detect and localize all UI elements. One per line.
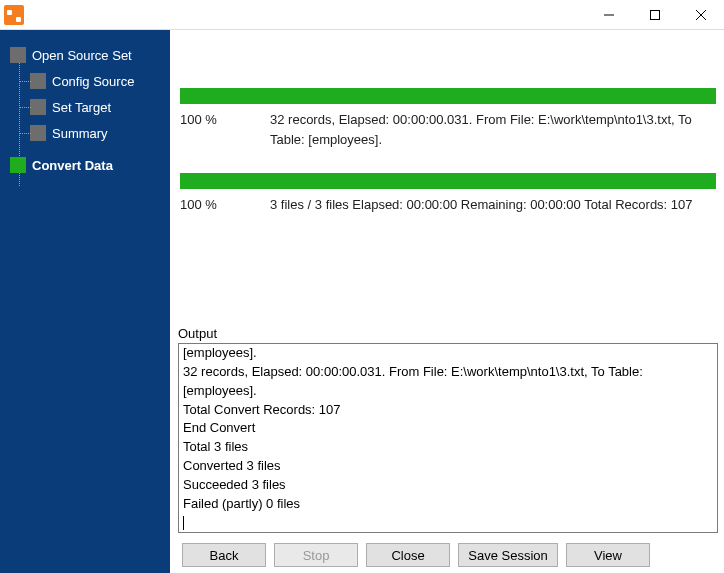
- close-button[interactable]: Close: [366, 543, 450, 567]
- sidebar-item-label: Config Source: [52, 74, 134, 89]
- output-line: Total Convert Records: 107: [183, 401, 713, 420]
- step-icon-active: [10, 157, 26, 173]
- output-line: Succeeded 3 files: [183, 476, 713, 495]
- file-progress-info: 100 % 32 records, Elapsed: 00:00:00.031.…: [180, 110, 716, 149]
- total-progress-bar: [180, 173, 716, 189]
- maximize-button[interactable]: [632, 0, 678, 30]
- stop-button[interactable]: Stop: [274, 543, 358, 567]
- titlebar: [0, 0, 724, 30]
- output-textarea[interactable]: [employees].32 records, Elapsed: 00:00:0…: [178, 343, 718, 533]
- output-label: Output: [178, 326, 718, 341]
- sidebar-item-open-source-set[interactable]: Open Source Set: [0, 42, 170, 68]
- close-window-button[interactable]: [678, 0, 724, 30]
- sidebar-item-summary[interactable]: Summary: [0, 120, 170, 146]
- step-icon: [10, 47, 26, 63]
- step-icon: [30, 99, 46, 115]
- step-icon: [30, 73, 46, 89]
- view-button[interactable]: View: [566, 543, 650, 567]
- sidebar-item-label: Set Target: [52, 100, 111, 115]
- step-icon: [30, 125, 46, 141]
- save-session-button[interactable]: Save Session: [458, 543, 558, 567]
- app-icon: [4, 5, 24, 25]
- output-line: End Convert: [183, 419, 713, 438]
- file-progress-bar: [180, 88, 716, 104]
- output-line: Total 3 files: [183, 438, 713, 457]
- output-line: 32 records, Elapsed: 00:00:00.031. From …: [183, 363, 713, 401]
- file-progress-percent: 100 %: [180, 110, 270, 149]
- total-progress-percent: 100 %: [180, 195, 270, 215]
- output-line: Converted 3 files: [183, 457, 713, 476]
- minimize-button[interactable]: [586, 0, 632, 30]
- sidebar-item-convert-data[interactable]: Convert Data: [0, 152, 170, 178]
- sidebar-item-label: Convert Data: [32, 158, 113, 173]
- back-button[interactable]: Back: [182, 543, 266, 567]
- sidebar-item-label: Open Source Set: [32, 48, 132, 63]
- sidebar-item-set-target[interactable]: Set Target: [0, 94, 170, 120]
- file-progress-details: 32 records, Elapsed: 00:00:00.031. From …: [270, 110, 716, 149]
- button-row: Back Stop Close Save Session View: [178, 533, 718, 567]
- output-line: Failed (partly) 0 files: [183, 495, 713, 514]
- wizard-sidebar: Open Source Set Config Source Set Target…: [0, 30, 170, 573]
- sidebar-item-label: Summary: [52, 126, 108, 141]
- total-progress-info: 100 % 3 files / 3 files Elapsed: 00:00:0…: [180, 195, 716, 215]
- total-progress-details: 3 files / 3 files Elapsed: 00:00:00 Rema…: [270, 195, 716, 215]
- sidebar-item-config-source[interactable]: Config Source: [0, 68, 170, 94]
- text-cursor: [183, 516, 713, 530]
- output-line: [employees].: [183, 344, 713, 363]
- svg-rect-1: [651, 10, 660, 19]
- main-panel: 100 % 32 records, Elapsed: 00:00:00.031.…: [170, 30, 724, 573]
